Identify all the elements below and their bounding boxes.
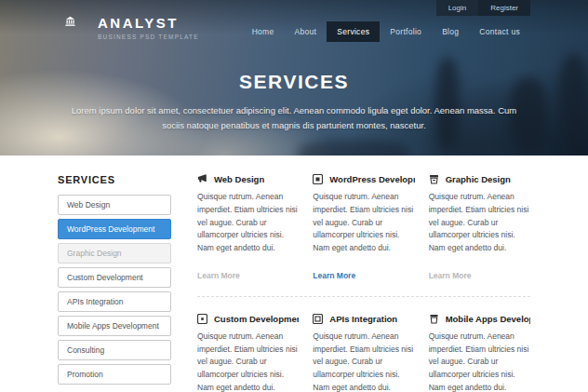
main-nav: Home About Services Portfolio Blog Conta… xyxy=(242,21,530,42)
sidebar-item-apis-integration[interactable]: APIs Integration xyxy=(58,291,171,312)
card-title: Custom Development xyxy=(214,314,299,324)
sidebar-item-wordpress-development[interactable]: WordPress Development xyxy=(58,219,171,239)
page-title: SERVICES xyxy=(0,71,588,93)
sidebar-item-consulting[interactable]: Consulting xyxy=(58,340,171,360)
nav-item-about[interactable]: About xyxy=(285,21,327,42)
sidebar-item-mobile-apps-development[interactable]: Mobile Apps Development xyxy=(58,316,171,336)
service-card-graphic-design: Graphic Design Quisque rutrum. Aenean im… xyxy=(429,172,530,282)
nav-item-portfolio[interactable]: Portfolio xyxy=(380,21,432,42)
card-title: Mobile Apps Development xyxy=(446,314,530,324)
sidebar-item-web-design[interactable]: Web Design xyxy=(58,195,171,215)
nav-item-services[interactable]: Services xyxy=(327,21,380,42)
mobile-device-icon xyxy=(429,314,439,324)
hero-section: Login Register ANALYST BUSINESS PSD TEMP… xyxy=(0,0,588,155)
page-subtitle: Lorem ipsum dolor sit amet, consectetuer… xyxy=(60,103,528,133)
nav-item-home[interactable]: Home xyxy=(242,21,285,42)
card-title: APIs Integration xyxy=(329,314,397,324)
brand-text: ANALYST BUSINESS PSD TEMPLATE xyxy=(98,16,199,40)
card-description: Quisque rutrum. Aenean imperdiet. Etiam … xyxy=(429,191,530,255)
learn-more-link[interactable]: Learn More xyxy=(313,271,355,280)
hero-photo-silhouette xyxy=(558,54,588,155)
sidebar-item-custom-development[interactable]: Custom Development xyxy=(58,267,171,288)
services-sidebar: SERVICES Web Design WordPress Developmen… xyxy=(58,172,171,392)
hero-photo-silhouette xyxy=(298,140,409,155)
card-description: Quisque rutrum. Aenean imperdiet. Etiam … xyxy=(429,331,530,392)
brand-name: ANALYST xyxy=(98,16,199,32)
layers-icon xyxy=(313,314,323,324)
nav-item-contact[interactable]: Contact us xyxy=(469,21,530,42)
card-title: Web Design xyxy=(214,174,264,184)
service-card-wordpress-development: WordPress Development Quisque rutrum. Ae… xyxy=(313,172,414,282)
card-title: Graphic Design xyxy=(446,174,511,184)
app-window-icon xyxy=(197,314,207,324)
service-card-apis-integration: APIs Integration Quisque rutrum. Aenean … xyxy=(313,312,414,392)
card-title: WordPress Development xyxy=(329,174,414,184)
brand-logo[interactable]: ANALYST BUSINESS PSD TEMPLATE xyxy=(65,16,199,40)
learn-more-link[interactable]: Learn More xyxy=(197,271,240,280)
megaphone-icon xyxy=(197,174,207,184)
printer-icon xyxy=(429,174,439,184)
card-description: Quisque rutrum. Aenean imperdiet. Etiam … xyxy=(313,191,414,255)
card-description: Quisque rutrum. Aenean imperdiet. Etiam … xyxy=(313,331,414,392)
row-divider xyxy=(197,296,530,297)
service-card-web-design: Web Design Quisque rutrum. Aenean imperd… xyxy=(197,172,299,282)
site-header: ANALYST BUSINESS PSD TEMPLATE Home About… xyxy=(65,14,530,42)
brand-tagline: BUSINESS PSD TEMPLATE xyxy=(98,34,199,40)
browser-window-icon xyxy=(313,174,323,184)
main-content: SERVICES Web Design WordPress Developmen… xyxy=(0,155,588,392)
sidebar-item-graphic-design[interactable]: Graphic Design xyxy=(58,243,171,264)
card-description: Quisque rutrum. Aenean imperdiet. Etiam … xyxy=(197,191,299,255)
nav-item-blog[interactable]: Blog xyxy=(432,21,469,42)
bank-building-icon xyxy=(65,16,89,40)
sidebar-title: SERVICES xyxy=(58,174,171,185)
card-description: Quisque rutrum. Aenean imperdiet. Etiam … xyxy=(197,331,299,392)
sidebar-item-promotion[interactable]: Promotion xyxy=(58,364,171,385)
service-card-custom-development: Custom Development Quisque rutrum. Aenea… xyxy=(197,312,299,392)
learn-more-link[interactable]: Learn More xyxy=(429,271,472,280)
services-cards: Web Design Quisque rutrum. Aenean imperd… xyxy=(197,172,530,392)
service-card-mobile-apps-development: Mobile Apps Development Quisque rutrum. … xyxy=(429,312,530,392)
